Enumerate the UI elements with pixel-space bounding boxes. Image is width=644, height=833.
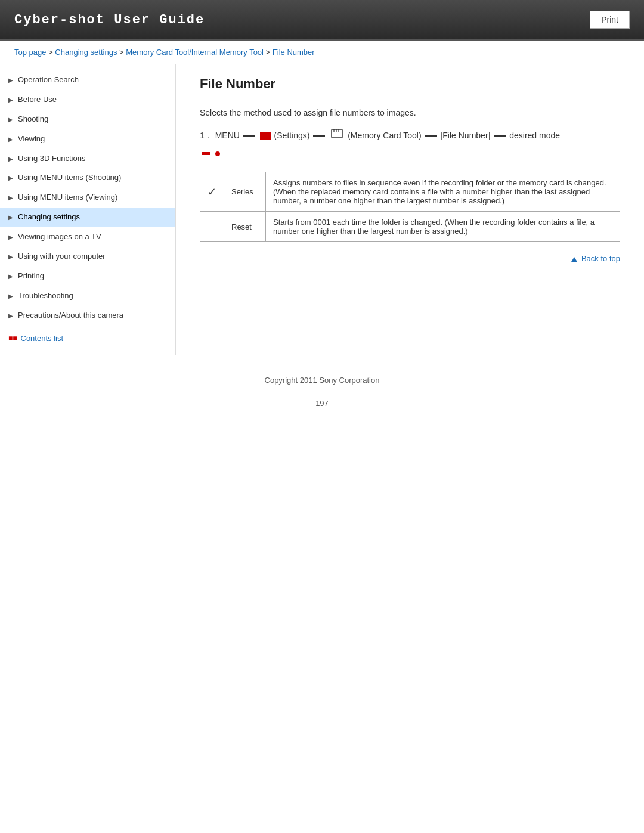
table-row: Reset Starts from 0001 each time the fol… — [200, 212, 620, 242]
settings-label: (Settings) — [274, 131, 310, 140]
checkmark-icon: ✓ — [208, 186, 216, 198]
options-table: ✓ Series Assigns numbers to files in seq… — [200, 172, 620, 242]
list-icon: ■■ — [8, 334, 17, 342]
layout: ▶ Operation Search ▶ Before Use ▶ Shooti… — [0, 64, 644, 355]
reset-icon-cell — [200, 212, 224, 242]
arrow-icon: ▶ — [8, 155, 13, 163]
reset-description-cell: Starts from 0001 each time the folder is… — [266, 212, 620, 242]
app-title: Cyber-shot User Guide — [14, 13, 205, 27]
header: Cyber-shot User Guide Print — [0, 0, 644, 41]
arrow-separator — [313, 135, 325, 137]
menu-label: MENU — [215, 131, 240, 140]
breadcrumb-changing-settings[interactable]: Changing settings — [55, 48, 117, 57]
page-number: 197 — [0, 393, 644, 414]
arrow-icon: ▶ — [8, 253, 13, 261]
breadcrumb: Top page > Changing settings > Memory Ca… — [0, 41, 644, 64]
back-to-top[interactable]: Back to top — [200, 254, 620, 263]
sidebar-item-changing-settings[interactable]: ▶ Changing settings — [0, 208, 175, 227]
arrow-icon: ▶ — [8, 312, 13, 320]
copyright: Copyright 2011 Sony Corporation — [265, 376, 380, 385]
sidebar-item-before-use[interactable]: ▶ Before Use — [0, 90, 175, 110]
arrow-icon: ▶ — [8, 194, 13, 202]
description: Selects the method used to assign file n… — [200, 108, 620, 117]
arrow-icon: ▶ — [8, 213, 13, 221]
sidebar-item-menu-viewing[interactable]: ▶ Using MENU items (Viewing) — [0, 188, 175, 208]
arrow-separator — [425, 135, 437, 137]
contents-list-link[interactable]: ■■ Contents list — [0, 328, 175, 349]
sidebar-item-troubleshooting[interactable]: ▶ Troubleshooting — [0, 286, 175, 306]
red-arrow-icon — [202, 152, 210, 155]
settings-icon — [260, 132, 271, 140]
breadcrumb-memory-card-tool[interactable]: Memory Card Tool/Internal Memory Tool — [126, 48, 264, 57]
arrow-icon: ▶ — [8, 76, 13, 84]
breadcrumb-file-number[interactable]: File Number — [273, 48, 315, 57]
sidebar-item-shooting[interactable]: ▶ Shooting — [0, 110, 175, 129]
instruction-number: 1． — [200, 131, 213, 140]
file-number-label: [File Number] — [440, 131, 490, 140]
arrow-separator — [243, 135, 255, 137]
sidebar-item-viewing-tv[interactable]: ▶ Viewing images on a TV — [0, 227, 175, 247]
arrow-separator — [494, 135, 506, 137]
series-label-cell: Series — [224, 172, 266, 212]
sidebar-item-using-computer[interactable]: ▶ Using with your computer — [0, 247, 175, 267]
sidebar-item-menu-shooting[interactable]: ▶ Using MENU items (Shooting) — [0, 168, 175, 188]
footer: Copyright 2011 Sony Corporation — [0, 367, 644, 393]
sidebar-item-printing[interactable]: ▶ Printing — [0, 267, 175, 286]
main-content: File Number Selects the method used to a… — [176, 64, 644, 355]
arrow-icon: ▶ — [8, 96, 13, 104]
bullet-icon — [215, 151, 220, 156]
memory-card-label: (Memory Card Tool) — [348, 131, 421, 140]
page-title: File Number — [200, 76, 620, 98]
arrow-icon: ▶ — [8, 233, 13, 241]
breadcrumb-top-page[interactable]: Top page — [14, 48, 47, 57]
table-row: ✓ Series Assigns numbers to files in seq… — [200, 172, 620, 212]
memory-card-icon — [330, 128, 343, 144]
arrow-icon: ▶ — [8, 174, 13, 182]
arrow-icon: ▶ — [8, 135, 13, 143]
reset-label-cell: Reset — [224, 212, 266, 242]
svg-rect-0 — [332, 129, 342, 138]
sidebar-item-precautions[interactable]: ▶ Precautions/About this camera — [0, 306, 175, 326]
arrow-icon: ▶ — [8, 116, 13, 123]
sidebar-item-viewing[interactable]: ▶ Viewing — [0, 129, 175, 149]
back-to-top-link[interactable]: Back to top — [571, 254, 620, 263]
series-check-cell: ✓ — [200, 172, 224, 212]
print-button[interactable]: Print — [590, 11, 630, 29]
sidebar-item-operation-search[interactable]: ▶ Operation Search — [0, 70, 175, 90]
triangle-up-icon — [571, 257, 577, 262]
sidebar-item-3d-functions[interactable]: ▶ Using 3D Functions — [0, 149, 175, 169]
arrow-icon: ▶ — [8, 292, 13, 300]
sidebar: ▶ Operation Search ▶ Before Use ▶ Shooti… — [0, 64, 176, 355]
desired-mode-label: desired mode — [509, 131, 560, 140]
series-description-cell: Assigns numbers to files in sequence eve… — [266, 172, 620, 212]
arrow-icon: ▶ — [8, 272, 13, 280]
instruction: 1． MENU (Settings) (Memory Card Tool) [F… — [200, 127, 620, 161]
